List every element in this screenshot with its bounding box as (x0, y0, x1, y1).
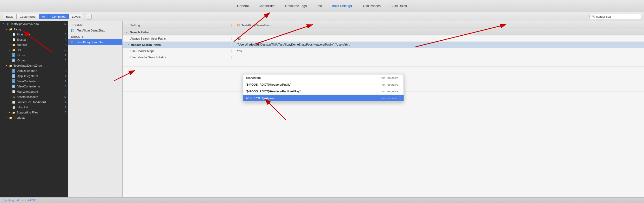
sidebar-item-libcrypto[interactable]: 📄 libcrypto.a A (0, 32, 68, 37)
tab-capabilities[interactable]: Capabilities (254, 3, 280, 9)
setting-value: "/Users/[redacted]/Desktop/代码/TestAlipay… (232, 43, 644, 47)
stepper-icon[interactable]: ⌃⌄ (399, 89, 401, 94)
middle-panel: PROJECT ◧ TestAlipayDemoZhao TARGETS ⚙ T… (68, 21, 123, 197)
add-button[interactable]: + (86, 14, 92, 20)
chevron-right-icon: ▸ (8, 43, 11, 46)
panel-item-project[interactable]: ◧ TestAlipayDemoZhao (68, 27, 122, 33)
dropdown-row-pods-alipay[interactable]: "${PODS_ROOT}/Headers/Public/AliPay" non… (243, 88, 404, 95)
sidebar-item-supporting-files[interactable]: ▸ 📁 Supporting Files A (0, 110, 68, 115)
sidebar-item-root[interactable]: ▾ ◧ TestAlipayDemoZhao M (0, 21, 68, 27)
sidebar-item-appdelegate-m[interactable]: m AppDelegate.m A (0, 73, 68, 79)
badge-a: A (65, 69, 68, 72)
settings-row-use-header-maps[interactable]: Use Header Maps Yes ⌃⌄ (123, 48, 644, 54)
sidebar-item-libssl[interactable]: 📄 libssl.a A (0, 37, 68, 42)
settings-header-row: Setting ⚙ TestAlipayDemoZhao (123, 21, 644, 29)
sidebar-item-products[interactable]: ▸ 📁 Products (0, 115, 68, 120)
stepper-icon[interactable]: ⌃⌄ (399, 75, 401, 80)
sidebar-item-label: TestAlipayDemoZhao (14, 64, 42, 67)
sidebar-item-launchscreen[interactable]: ⬜ LaunchScr...toryboard A (0, 99, 68, 105)
project-icon: ◧ (71, 28, 75, 32)
sidebar-item-label: LaunchScr...toryboard (17, 100, 46, 104)
badge-a: A (65, 90, 68, 93)
search-input[interactable] (596, 15, 640, 18)
folder-icon: 📁 (9, 64, 13, 67)
sidebar-item-order-m[interactable]: m Order.m A (0, 58, 68, 63)
dropdown-row-inherited[interactable]: $(inherited) non-recursive ⌃⌄ (243, 74, 404, 81)
seg-levels[interactable]: Levels (69, 14, 84, 19)
sidebar-item-openssl[interactable]: ▸ 📁 openssl A (0, 42, 68, 47)
col-value-header: ⚙ TestAlipayDemoZhao (232, 23, 644, 27)
sidebar-item-appdelegate-h[interactable]: h AppDelegate.h A (0, 68, 68, 73)
seg-all[interactable]: All (39, 14, 49, 19)
option-label: non-recursive (381, 97, 398, 100)
file-icon: 📄 (12, 38, 16, 41)
settings-row-header-search[interactable]: ▸ Header Search Paths "/Users/[redacted]… (123, 42, 644, 48)
sidebar-item-label: Main.storyboard (17, 90, 38, 93)
dropdown-row-pods-public[interactable]: "${PODS_ROOT}/Headers/Public" non-recurs… (243, 81, 404, 88)
seg-customized[interactable]: Customized (17, 14, 39, 19)
section-search-paths[interactable]: ▾ Search Paths (123, 29, 644, 35)
badge-a: A (65, 43, 68, 46)
badge-m: M (64, 96, 68, 98)
top-tabbar: General Capabilities Resource Tags Info … (0, 0, 644, 12)
stepper-icon[interactable]: ⌃⌄ (244, 49, 246, 53)
seg-basic[interactable]: Basic (3, 14, 17, 19)
storyboard-icon: ⬜ (12, 90, 16, 93)
tab-build-rules[interactable]: Build Rules (386, 3, 412, 9)
sidebar-item-assets[interactable]: 🗂 Assets.xcassets M (0, 94, 68, 99)
badge-a: A (65, 85, 68, 88)
dropdown-option: non-recursive ⌃⌄ (381, 89, 401, 94)
header-search-label: Header Search Paths (131, 43, 161, 46)
sidebar-item-info-plist[interactable]: 📋 Info.plist A (0, 105, 68, 110)
sidebar-item-label: ViewController.m (17, 85, 40, 88)
sidebar-item-viewcontroller-m[interactable]: m ViewController.m A (0, 84, 68, 89)
col-value-label: TestAlipayDemoZhao (242, 24, 271, 27)
sidebar-item-alipay[interactable]: ▾ 📁 Alipay (0, 27, 68, 32)
sidebar-item-label: libssl.a (17, 38, 26, 41)
sidebar-item-label: Products (14, 116, 25, 119)
settings-row-always-search[interactable]: Always Search User Paths No ⌃⌄ (123, 35, 644, 42)
targets-section-header: TARGETS (68, 33, 122, 39)
sidebar-item-label: openssl (17, 43, 27, 46)
tab-info[interactable]: Info (312, 3, 327, 9)
stepper-icon[interactable]: ⌃⌄ (399, 82, 401, 87)
h-file-icon: h (12, 69, 15, 73)
plist-icon: 📋 (12, 106, 16, 109)
panel-item-target[interactable]: ⚙ TestAlipayDemoZhao (68, 39, 122, 45)
sidebar-item-testalipaydemozhao-folder[interactable]: ▾ 📁 TestAlipayDemoZhao (0, 63, 68, 68)
badge-a: A (65, 59, 68, 62)
dropdown-value: "${PODS_ROOT}/Headers/Public" (246, 83, 381, 86)
tab-build-phases[interactable]: Build Phases (357, 3, 385, 9)
stepper-icon[interactable]: ⌃⌄ (399, 96, 401, 100)
seg-combined[interactable]: Combined (49, 14, 69, 19)
h-file-icon: h (12, 79, 15, 83)
value-text: Yes (237, 49, 242, 53)
chevron-down-icon: ▾ (5, 64, 8, 67)
tab-resource-tags[interactable]: Resource Tags (280, 3, 311, 9)
sidebar-item-viewcontroller-h[interactable]: h ViewController.h A (0, 79, 68, 84)
sidebar-item-main-storyboard[interactable]: ⬜ Main.storyboard A (0, 89, 68, 94)
section-label: Search Paths (130, 31, 149, 34)
bottom-bar: http://blog.csdn.net/zp2409119 (0, 197, 644, 203)
sidebar-item-label: TestAlipayDemoZhao (10, 22, 39, 26)
m-file-icon: m (12, 74, 15, 78)
sidebar-item-order-h[interactable]: h Order.h A (0, 53, 68, 58)
setting-name: Use Header Maps (123, 49, 232, 53)
bottom-bar-link[interactable]: http://blog.csdn.net/zp2409119 (3, 199, 38, 202)
tab-general[interactable]: General (232, 3, 253, 9)
target-icon: ⚙ (71, 40, 75, 44)
sidebar-item-util[interactable]: ▸ 📁 Util — (0, 47, 68, 53)
folder-icon: 📁 (12, 49, 16, 52)
option-label: non-recursive (381, 90, 398, 93)
h-file-icon: h (12, 53, 15, 57)
settings-row-user-header-search[interactable]: User Header Search Paths (123, 54, 644, 60)
dropdown-row-srcroot[interactable]: $(SRCROOT)/Alipay/ non-recursive ⌃⌄ (243, 95, 404, 102)
chevron-right-icon: ▸ (8, 49, 11, 51)
value-text: "/Users/[redacted]/Desktop/代码/TestAlipay… (237, 43, 350, 47)
badge-a: A (65, 75, 68, 78)
stepper-icon[interactable]: ⌃⌄ (243, 36, 245, 41)
option-label: non-recursive (381, 83, 398, 86)
tab-build-settings[interactable]: Build Settings (327, 3, 356, 9)
dropdown-value: "${PODS_ROOT}/Headers/Public/AliPay" (246, 90, 381, 93)
sidebar-item-label: AppDelegate.m (17, 74, 38, 78)
